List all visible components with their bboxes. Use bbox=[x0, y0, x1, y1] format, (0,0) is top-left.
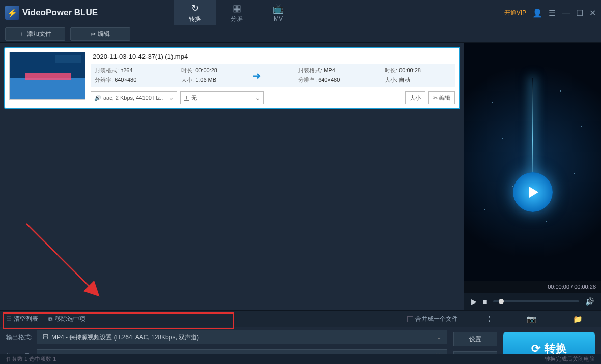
output-format-row: 输出格式: 🎞 MP4 - 保持源视频设置 (H.264; AAC, 128Kb… bbox=[6, 329, 447, 345]
grid-icon: ▦ bbox=[233, 3, 241, 14]
checkbox-icon bbox=[407, 316, 413, 322]
clear-list-button[interactable]: ☲ 清空列表 bbox=[6, 315, 38, 323]
minimize-button[interactable]: — bbox=[562, 8, 570, 17]
left-panel: 2020-11-03-10-42-37(1) (1).mp4 封装格式: h26… bbox=[0, 43, 464, 327]
output-format-select[interactable]: 🎞 MP4 - 保持源视频设置 (H.264; AAC, 128Kbps, 双声… bbox=[37, 330, 447, 344]
file-edit-button[interactable]: ✂ 编辑 bbox=[428, 91, 455, 104]
audio-track-select[interactable]: 🔊 aac, 2 Kbps, 44100 Hz.. ⌄ bbox=[91, 91, 177, 104]
remove-icon: ⧉ bbox=[48, 316, 53, 323]
main-tabs: ↻ 转换 ▦ 分屏 📺 MV bbox=[174, 0, 299, 25]
user-icon[interactable]: 👤 bbox=[532, 8, 542, 18]
remove-selected-button[interactable]: ⧉ 移除选中项 bbox=[48, 315, 85, 323]
folder-icon[interactable]: 📁 bbox=[573, 315, 583, 324]
status-left: 任务数 1 选中项数 1 bbox=[6, 355, 56, 363]
window-controls: 开通VIP 👤 ☰ — ☐ ✕ bbox=[504, 8, 596, 18]
file-controls: 🔊 aac, 2 Kbps, 44100 Hz.. ⌄ 🅃 无 ⌄ 大小 ✂ bbox=[91, 91, 455, 104]
plus-icon: ＋ bbox=[19, 29, 25, 38]
video-thumbnail bbox=[9, 52, 85, 100]
file-name: 2020-11-03-10-42-37(1) (1).mp4 bbox=[91, 52, 455, 62]
tab-split[interactable]: ▦ 分屏 bbox=[216, 0, 257, 25]
playback-controls: ▶ ■ 🔊 bbox=[464, 293, 601, 310]
menu-icon[interactable]: ☰ bbox=[549, 8, 556, 18]
tab-convert[interactable]: ↻ 转换 bbox=[174, 0, 216, 25]
src-col2: 时长: 00:00:28 大小: 1.06 MB bbox=[181, 67, 247, 84]
preview-panel: 00:00:00 / 00:00:28 ▶ ■ 🔊 ⛶ 📷 📁 bbox=[464, 43, 601, 327]
tab-mv[interactable]: 📺 MV bbox=[257, 0, 299, 25]
file-body: 2020-11-03-10-42-37(1) (1).mp4 封装格式: h26… bbox=[91, 52, 455, 104]
file-meta: 封装格式: h264 分辨率: 640×480 时长: 00:00:28 大小:… bbox=[91, 64, 455, 87]
video-preview[interactable] bbox=[464, 43, 601, 281]
chevron-down-icon: ⌄ bbox=[255, 95, 260, 101]
status-bar: 任务数 1 选中项数 1 转换完成后关闭电脑 bbox=[0, 354, 601, 364]
subtitle-icon: 🅃 bbox=[184, 95, 189, 101]
stop-button[interactable]: ■ bbox=[483, 297, 487, 306]
merge-checkbox[interactable]: 合并成一个文件 bbox=[407, 315, 458, 323]
play-button[interactable]: ▶ bbox=[471, 297, 477, 306]
file-list: 2020-11-03-10-42-37(1) (1).mp4 封装格式: h26… bbox=[0, 43, 464, 310]
status-right: 转换完成后关闭电脑 bbox=[545, 355, 595, 363]
titlebar: ⚡ VideoPower BLUE ↻ 转换 ▦ 分屏 📺 MV 开通VIP 👤… bbox=[0, 0, 601, 25]
chevron-down-icon: ⌄ bbox=[169, 95, 174, 101]
settings-button[interactable]: 设置 bbox=[453, 332, 497, 346]
vip-link[interactable]: 开通VIP bbox=[504, 9, 526, 17]
video-icon: 🎞 bbox=[42, 333, 48, 341]
add-file-button[interactable]: ＋ 添加文件 bbox=[5, 27, 65, 41]
file-item[interactable]: 2020-11-03-10-42-37(1) (1).mp4 封装格式: h26… bbox=[4, 47, 460, 109]
time-display: 00:00:00 / 00:00:28 bbox=[464, 281, 601, 293]
maximize-button[interactable]: ☐ bbox=[576, 8, 583, 18]
subtitle-select[interactable]: 🅃 无 ⌄ bbox=[180, 91, 264, 104]
preview-tools: ⛶ 📷 📁 bbox=[464, 310, 601, 327]
app-title: VideoPower BLUE bbox=[22, 8, 98, 18]
snapshot-icon[interactable]: 📷 bbox=[527, 315, 536, 324]
seek-slider[interactable] bbox=[493, 300, 579, 302]
clear-icon: ☲ bbox=[6, 316, 12, 323]
arrow-right-icon: ➜ bbox=[252, 70, 261, 82]
chevron-down-icon: ⌄ bbox=[437, 333, 442, 341]
src-col1: 封装格式: h264 分辨率: 640×480 bbox=[95, 67, 161, 84]
speaker-icon: 🔊 bbox=[94, 95, 101, 101]
scissors-icon: ✂ bbox=[91, 31, 96, 38]
edit-button[interactable]: ✂ 编辑 bbox=[70, 27, 130, 41]
volume-icon[interactable]: 🔊 bbox=[585, 297, 594, 306]
main-area: 2020-11-03-10-42-37(1) (1).mp4 封装格式: h26… bbox=[0, 43, 601, 327]
tv-icon: 📺 bbox=[273, 3, 284, 14]
fullscreen-icon[interactable]: ⛶ bbox=[482, 315, 490, 323]
app-logo: ⚡ VideoPower BLUE bbox=[5, 6, 98, 20]
toolbar: ＋ 添加文件 ✂ 编辑 bbox=[0, 25, 601, 43]
play-disc-icon bbox=[513, 172, 553, 212]
refresh-icon: ↻ bbox=[191, 3, 199, 14]
close-button[interactable]: ✕ bbox=[589, 8, 596, 18]
dst-col1: 封装格式: MP4 分辨率: 640×480 bbox=[298, 67, 364, 84]
dst-col2: 时长: 00:00:28 大小: 自动 bbox=[385, 67, 451, 84]
scissors-icon: ✂ bbox=[433, 95, 438, 101]
list-toolbar: ☲ 清空列表 ⧉ 移除选中项 合并成一个文件 bbox=[0, 310, 464, 327]
logo-icon: ⚡ bbox=[5, 6, 19, 20]
size-button[interactable]: 大小 bbox=[405, 91, 425, 104]
